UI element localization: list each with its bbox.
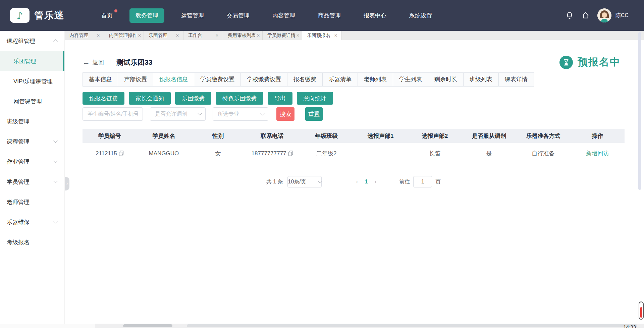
main-nav: 首页 教务管理 运营管理 交易管理 内容管理 商品管理 报表中心 系统设置 [95, 8, 438, 23]
nav-item-products[interactable]: 商品管理 [312, 8, 347, 23]
user-name[interactable]: 陈CC [615, 12, 629, 19]
tab-voice-settings[interactable]: 声部设置 [118, 73, 153, 86]
brand-name: 管乐迷 [34, 9, 64, 22]
page-tab-payment-detail[interactable]: 学员缴费详情 ✕ [263, 31, 302, 40]
col-instrument-prep: 乐器准备方式 [516, 132, 571, 140]
tab-class-list[interactable]: 班级列表 [464, 73, 499, 86]
sidebar-item-orchestra-mgmt[interactable]: 乐团管理 [0, 51, 64, 71]
page-title: 测试乐团33 [116, 58, 152, 67]
orchestra-payment-button[interactable]: 乐团缴费 [175, 92, 211, 105]
sidebar-item-class-mgmt[interactable]: 班级管理 [0, 111, 64, 131]
copy-icon[interactable] [288, 151, 293, 156]
col-student-name: 学员姓名 [137, 132, 191, 140]
tab-remaining-time[interactable]: 剩余时长 [428, 73, 464, 86]
scrollbar-thumb[interactable] [123, 324, 172, 327]
close-icon[interactable]: ✕ [215, 33, 219, 38]
nav-item-content[interactable]: 内容管理 [266, 8, 301, 23]
cell-grade-class: 二年级2 [299, 150, 354, 157]
reset-button[interactable]: 重置 [305, 107, 323, 121]
tab-preregistration-info[interactable]: 预报名信息 [153, 73, 194, 86]
tab-schedule-detail[interactable]: 课表详情 [499, 73, 534, 86]
scrollbar-thumb[interactable] [187, 324, 637, 327]
next-page-button[interactable]: › [371, 178, 381, 185]
close-icon[interactable]: ✕ [296, 33, 300, 38]
goto-label: 前往 [399, 178, 410, 185]
avatar[interactable] [597, 8, 611, 22]
close-icon[interactable]: ✕ [256, 33, 261, 38]
parent-notice-button[interactable]: 家长会通知 [129, 92, 171, 105]
home-icon[interactable] [581, 11, 590, 20]
special-orchestra-payment-button[interactable]: 特色乐团缴费 [216, 92, 263, 105]
chevron-up-icon [53, 39, 58, 44]
sidebar-item-course-group[interactable]: 课程组管理 [0, 31, 64, 51]
search-button[interactable]: 搜索 [276, 107, 294, 121]
title-row: ← 返回 测试乐团33 [83, 56, 625, 69]
page-tab-fee-review[interactable]: 费用审核列表 ✕ [223, 31, 263, 40]
page-tab-content-mgmt[interactable]: 内容管理 ✕ [65, 31, 104, 40]
page-size-select[interactable]: 10条/页 [287, 176, 322, 187]
cell-obey-adjust: 是 [462, 150, 516, 157]
sidebar-item-instrument-maintenance[interactable]: 乐器维保 [0, 212, 64, 232]
tab-student-payment-settings[interactable]: 学员缴费设置 [194, 73, 241, 86]
status-text: 预报名中 [578, 55, 621, 69]
goto-page-input[interactable] [413, 176, 432, 187]
sidebar-item-online-course[interactable]: 网管课管理 [0, 91, 64, 111]
close-icon[interactable]: ✕ [96, 33, 101, 38]
nav-item-transactions[interactable]: 交易管理 [221, 8, 256, 23]
back-arrow-icon[interactable]: ← [83, 59, 90, 66]
bell-icon[interactable] [565, 11, 574, 20]
add-followup-link[interactable]: 新增回访 [570, 150, 625, 157]
close-icon[interactable]: ✕ [175, 33, 180, 38]
chevron-down-icon [53, 139, 58, 143]
sidebar-item-homework-mgmt[interactable]: 作业管理 [0, 152, 64, 172]
top-navbar: ♪ 管乐迷 首页 教务管理 运营管理 交易管理 内容管理 商品管理 报表中心 系… [0, 0, 644, 31]
sidebar-item-student-mgmt[interactable]: 学员管理 [0, 172, 64, 192]
nav-item-home[interactable]: 首页 [95, 8, 119, 23]
tab-instrument-list[interactable]: 乐器清单 [323, 73, 358, 86]
bottom-scrollbar: 14:33 [0, 324, 644, 328]
tab-teacher-list[interactable]: 老师列表 [358, 73, 393, 86]
back-button[interactable]: 返回 [93, 59, 104, 66]
tab-school-payment-settings[interactable]: 学校缴费设置 [241, 73, 287, 86]
cell-student-name: MANGGUO [137, 150, 191, 157]
sidebar-item-grading-registration[interactable]: 考级报名 [0, 232, 64, 252]
vertical-scrollbar-thumb[interactable] [638, 32, 641, 190]
table-header-row: 学员编号 学员姓名 性别 联系电话 年级班级 选报声部1 选报声部2 是否服从调… [83, 129, 625, 143]
tab-registration-payment[interactable]: 报名缴费 [287, 73, 323, 86]
recording-indicator-fill [640, 307, 642, 318]
copy-icon[interactable] [119, 151, 124, 156]
close-icon[interactable]: ✕ [333, 33, 338, 38]
pagination: 共 1 条 10条/页 ‹ 1 › 前往 页 [83, 176, 625, 187]
sidebar-collapse-handle[interactable]: ‹ [65, 177, 69, 190]
current-page[interactable]: 1 [362, 178, 370, 185]
major-select[interactable]: 所选专业 [213, 107, 268, 121]
chevron-down-icon [198, 111, 202, 115]
sidebar-item-teacher-mgmt[interactable]: 老师管理 [0, 192, 64, 212]
page-tab-orchestra-mgmt[interactable]: 乐团管理 ✕ [144, 31, 183, 40]
prev-page-button[interactable]: ‹ [352, 178, 362, 185]
nav-item-operations[interactable]: 运营管理 [175, 8, 210, 23]
nav-item-reports[interactable]: 报表中心 [358, 8, 392, 23]
export-button[interactable]: 导出 [268, 92, 292, 105]
nav-item-settings[interactable]: 系统设置 [403, 8, 438, 23]
sidebar-item-vip-theory[interactable]: VIP/乐理课管理 [0, 71, 64, 91]
close-icon[interactable]: ✕ [137, 33, 142, 38]
tab-student-list[interactable]: 学生列表 [393, 73, 428, 86]
keyword-search-input[interactable] [83, 107, 143, 121]
page-tab-workbench[interactable]: 工作台 ✕ [183, 31, 223, 40]
cell-instrument-prep: 自行准备 [516, 150, 571, 157]
tab-basic-info[interactable]: 基本信息 [83, 73, 118, 86]
col-student-id: 学员编号 [83, 132, 137, 140]
preregistration-link-button[interactable]: 预报名链接 [83, 92, 124, 105]
col-gender: 性别 [191, 132, 245, 140]
col-actions: 操作 [570, 132, 625, 140]
sidebar-item-course-mgmt[interactable]: 课程管理 [0, 131, 64, 152]
divider [110, 59, 110, 66]
nav-item-academic[interactable]: 教务管理 [129, 8, 164, 23]
intent-stats-button[interactable]: 意向统计 [297, 92, 333, 105]
page-tab-preregistration[interactable]: 乐团预报名 ✕ [302, 31, 342, 40]
col-voice-choice-1: 选报声部1 [354, 132, 408, 140]
chevron-down-icon [53, 159, 58, 163]
allow-adjust-select[interactable]: 是否允许调剂 [150, 107, 206, 121]
page-tab-content-ops[interactable]: 内容管理操作 ✕ [104, 31, 144, 40]
